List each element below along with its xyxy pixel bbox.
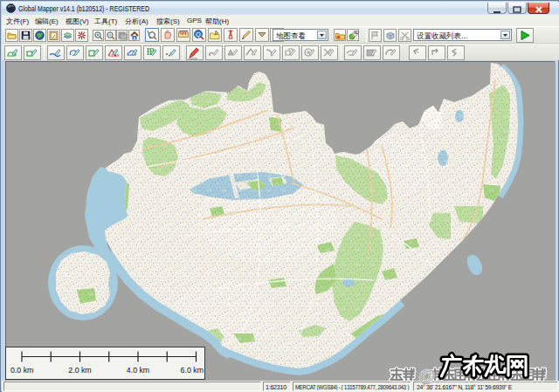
svg-text:6.0 km: 6.0 km (181, 366, 204, 375)
svg-text:3D: 3D (354, 31, 359, 35)
svg-text:4.0 km: 4.0 km (127, 366, 149, 375)
svg-text:Q: Q (196, 31, 201, 38)
svg-text:0.0 km: 0.0 km (10, 366, 33, 375)
svg-text:2.0 km: 2.0 km (68, 366, 91, 375)
